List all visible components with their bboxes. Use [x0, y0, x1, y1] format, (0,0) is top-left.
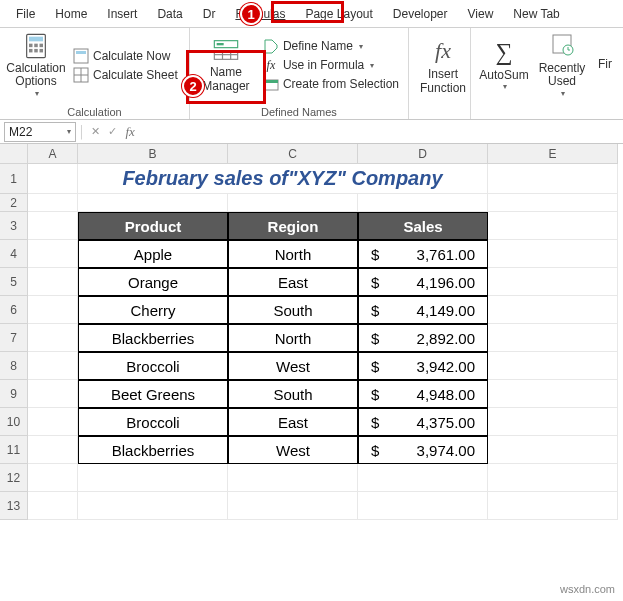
table-cell-product[interactable]: Beet Greens — [78, 380, 228, 408]
table-cell-region[interactable]: North — [228, 240, 358, 268]
cell[interactable] — [358, 194, 488, 212]
calculation-options-button[interactable]: Calculation Options ▾ — [6, 30, 66, 101]
cell[interactable] — [488, 492, 618, 520]
col-header[interactable]: E — [488, 144, 618, 164]
row-header[interactable]: 6 — [0, 296, 28, 324]
col-header[interactable]: A — [28, 144, 78, 164]
create-from-selection-button[interactable]: Create from Selection — [260, 75, 402, 93]
cell[interactable] — [78, 464, 228, 492]
table-cell-region[interactable]: West — [228, 436, 358, 464]
table-cell-sales[interactable]: $3,761.00 — [358, 240, 488, 268]
cell[interactable] — [488, 194, 618, 212]
row-header[interactable]: 10 — [0, 408, 28, 436]
cell[interactable] — [28, 380, 78, 408]
name-manager-button[interactable]: Name Manager — [196, 34, 256, 96]
cell[interactable] — [488, 296, 618, 324]
table-cell-product[interactable]: Broccoli — [78, 408, 228, 436]
calculate-sheet-button[interactable]: Calculate Sheet — [70, 66, 181, 84]
table-cell-region[interactable]: South — [228, 296, 358, 324]
tab-file[interactable]: File — [6, 3, 45, 25]
row-header[interactable]: 11 — [0, 436, 28, 464]
row-header[interactable]: 4 — [0, 240, 28, 268]
table-header-sales[interactable]: Sales — [358, 212, 488, 240]
table-cell-sales[interactable]: $3,974.00 — [358, 436, 488, 464]
row-header[interactable]: 9 — [0, 380, 28, 408]
tab-draw[interactable]: Dr — [193, 3, 226, 25]
cell[interactable] — [28, 464, 78, 492]
define-name-button[interactable]: Define Name ▾ — [260, 37, 402, 55]
cell[interactable] — [228, 194, 358, 212]
row-header[interactable]: 1 — [0, 164, 28, 194]
cell[interactable] — [488, 240, 618, 268]
cell[interactable] — [358, 464, 488, 492]
cell[interactable] — [28, 212, 78, 240]
calculate-now-button[interactable]: Calculate Now — [70, 47, 181, 65]
row-header[interactable]: 3 — [0, 212, 28, 240]
cell[interactable] — [488, 408, 618, 436]
cell[interactable] — [488, 352, 618, 380]
worksheet-grid[interactable]: A B C D E 1 February sales of"XYZ" Compa… — [0, 144, 623, 520]
table-cell-product[interactable]: Cherry — [78, 296, 228, 324]
cell[interactable] — [488, 324, 618, 352]
table-cell-region[interactable]: North — [228, 324, 358, 352]
table-cell-sales[interactable]: $4,375.00 — [358, 408, 488, 436]
row-header[interactable]: 13 — [0, 492, 28, 520]
cell[interactable] — [78, 492, 228, 520]
table-cell-product[interactable]: Blackberries — [78, 324, 228, 352]
cell[interactable] — [28, 352, 78, 380]
table-cell-product[interactable]: Apple — [78, 240, 228, 268]
cell[interactable] — [228, 492, 358, 520]
recently-used-button[interactable]: Recently Used ▾ — [535, 30, 589, 101]
table-cell-product[interactable]: Blackberries — [78, 436, 228, 464]
table-cell-region[interactable]: East — [228, 268, 358, 296]
select-all-corner[interactable] — [0, 144, 28, 164]
table-cell-sales[interactable]: $4,149.00 — [358, 296, 488, 324]
cell[interactable] — [28, 436, 78, 464]
tab-pagelayout[interactable]: Page Layout — [295, 3, 382, 25]
table-cell-region[interactable]: West — [228, 352, 358, 380]
table-cell-region[interactable]: South — [228, 380, 358, 408]
title-cell[interactable]: February sales of"XYZ" Company — [78, 164, 488, 194]
col-header[interactable]: D — [358, 144, 488, 164]
tab-newtab[interactable]: New Tab — [503, 3, 569, 25]
use-in-formula-button[interactable]: fx Use in Formula ▾ — [260, 56, 402, 74]
row-header[interactable]: 5 — [0, 268, 28, 296]
col-header[interactable]: B — [78, 144, 228, 164]
formula-input[interactable] — [141, 122, 623, 142]
cell[interactable] — [78, 194, 228, 212]
cell[interactable] — [28, 492, 78, 520]
cell[interactable] — [488, 268, 618, 296]
cell[interactable] — [488, 464, 618, 492]
cell[interactable] — [28, 164, 78, 194]
enter-icon[interactable]: ✓ — [105, 125, 120, 138]
table-cell-sales[interactable]: $4,948.00 — [358, 380, 488, 408]
row-header[interactable]: 8 — [0, 352, 28, 380]
cell[interactable] — [28, 268, 78, 296]
cell[interactable] — [488, 436, 618, 464]
financial-button[interactable]: Fir — [593, 56, 617, 74]
table-cell-product[interactable]: Orange — [78, 268, 228, 296]
cell[interactable] — [228, 464, 358, 492]
table-cell-sales[interactable]: $2,892.00 — [358, 324, 488, 352]
cell[interactable] — [28, 324, 78, 352]
insert-function-button[interactable]: fx Insert Function — [415, 30, 471, 98]
cell[interactable] — [358, 492, 488, 520]
table-cell-sales[interactable]: $3,942.00 — [358, 352, 488, 380]
name-box[interactable]: M22 ▾ — [4, 122, 76, 142]
table-cell-product[interactable]: Broccoli — [78, 352, 228, 380]
cell[interactable] — [28, 240, 78, 268]
row-header[interactable]: 7 — [0, 324, 28, 352]
cell[interactable] — [28, 408, 78, 436]
cell[interactable] — [28, 296, 78, 324]
cancel-icon[interactable]: ✕ — [88, 125, 103, 138]
autosum-button[interactable]: ∑ AutoSum ▾ — [477, 37, 531, 94]
row-header[interactable]: 2 — [0, 194, 28, 212]
tab-home[interactable]: Home — [45, 3, 97, 25]
cell[interactable] — [488, 212, 618, 240]
col-header[interactable]: C — [228, 144, 358, 164]
cell[interactable] — [488, 164, 618, 194]
row-header[interactable]: 12 — [0, 464, 28, 492]
fx-icon[interactable]: fx — [122, 124, 139, 140]
table-header-product[interactable]: Product — [78, 212, 228, 240]
tab-developer[interactable]: Developer — [383, 3, 458, 25]
